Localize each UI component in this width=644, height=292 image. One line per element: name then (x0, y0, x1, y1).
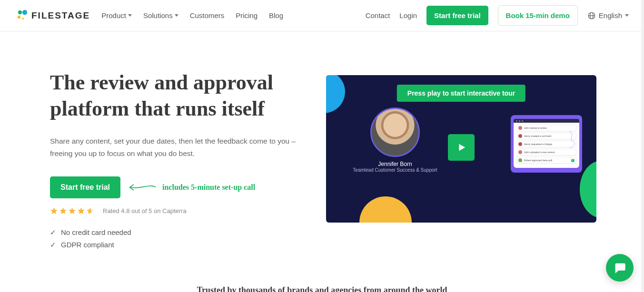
decorative-blob-icon (359, 196, 412, 223)
presenter-card: Jennifer Born Teamlead Customer Success … (364, 107, 426, 173)
play-button[interactable] (448, 134, 475, 161)
hero-cta-row: Start free trial includes 5-minute set-u… (50, 176, 307, 198)
decorative-blob-icon (580, 161, 596, 218)
star-half-icon (86, 207, 94, 215)
feed-row: Robert approved demo.pdf (516, 157, 576, 164)
logo-text: FILESTAGE (31, 10, 90, 21)
star-icon (59, 207, 67, 215)
play-icon (456, 142, 466, 153)
cta-annotation: includes 5-minute set-up call (128, 181, 255, 194)
presenter-role: Teamlead Customer Success & Support (340, 167, 450, 173)
hero-checklist: No credit card needed GDPR compliant (50, 226, 307, 251)
check-item: No credit card needed (50, 226, 307, 239)
check-item: GDPR compliant (50, 239, 307, 251)
nav-item-customers[interactable]: Customers (190, 11, 225, 19)
chat-launcher[interactable] (606, 254, 634, 282)
decorative-blob-icon (326, 75, 345, 113)
nav-link-login[interactable]: Login (399, 11, 417, 19)
language-selector[interactable]: English (587, 11, 629, 20)
svg-point-3 (22, 18, 24, 19)
curly-arrow-icon (568, 131, 576, 148)
start-tour-button[interactable]: Press play to start interactive tour (397, 85, 525, 102)
hero-title: The review and approval platform that ru… (50, 69, 307, 122)
check-icon (571, 159, 575, 162)
nav-item-solutions[interactable]: Solutions (143, 11, 178, 19)
feed-row: John started a review (516, 125, 576, 131)
svg-point-2 (18, 15, 20, 18)
presenter-avatar (370, 107, 420, 157)
star-rating (50, 207, 94, 215)
language-label: English (599, 11, 622, 19)
nav-label: Solutions (143, 11, 173, 19)
star-icon (68, 207, 76, 215)
nav-item-blog[interactable]: Blog (269, 11, 283, 19)
chevron-down-icon (625, 14, 629, 17)
window-bar-icon (514, 119, 579, 123)
review-feed-card: John started a review Jenny created a co… (511, 115, 582, 173)
nav-item-product[interactable]: Product (101, 11, 132, 19)
start-trial-button-hero[interactable]: Start free trial (50, 176, 120, 198)
feed-row: John uploaded a new version (516, 149, 576, 156)
trust-headline: Trusted by thousands of brands and agenc… (0, 270, 644, 292)
hero-copy: The review and approval platform that ru… (50, 69, 307, 251)
globe-icon (587, 11, 596, 20)
hero-subtitle: Share any content, set your due dates, t… (50, 135, 297, 160)
chevron-down-icon (175, 14, 178, 17)
cta-note-text: includes 5-minute set-up call (162, 183, 255, 192)
logo[interactable]: FILESTAGE (15, 9, 90, 22)
presenter-name: Jennifer Born (364, 161, 426, 167)
chat-icon (613, 261, 626, 274)
rating-text: Rated 4.8 out of 5 on Capterra (103, 207, 187, 214)
nav-primary: Product Solutions Customers Pricing Blog (101, 11, 283, 19)
nav-label: Product (101, 11, 126, 19)
logo-mark-icon (15, 9, 29, 22)
nav-item-pricing[interactable]: Pricing (236, 11, 258, 19)
svg-point-0 (18, 10, 22, 14)
start-trial-button-header[interactable]: Start free trial (426, 6, 488, 25)
svg-point-1 (22, 10, 27, 14)
header: FILESTAGE Product Solutions Customers Pr… (0, 0, 644, 31)
hand-arrow-icon (128, 181, 157, 194)
scrollbar-track[interactable] (641, 0, 644, 292)
interactive-tour-panel: Press play to start interactive tour Jen… (326, 75, 596, 223)
nav-secondary: Contact Login Start free trial Book 15-m… (366, 5, 629, 26)
hero: The review and approval platform that ru… (0, 31, 644, 270)
star-icon (77, 207, 85, 215)
book-demo-button[interactable]: Book 15-min demo (498, 5, 578, 26)
star-icon (50, 207, 58, 215)
rating-row: Rated 4.8 out of 5 on Capterra (50, 207, 307, 215)
nav-link-contact[interactable]: Contact (366, 11, 390, 19)
chevron-down-icon (128, 14, 132, 17)
